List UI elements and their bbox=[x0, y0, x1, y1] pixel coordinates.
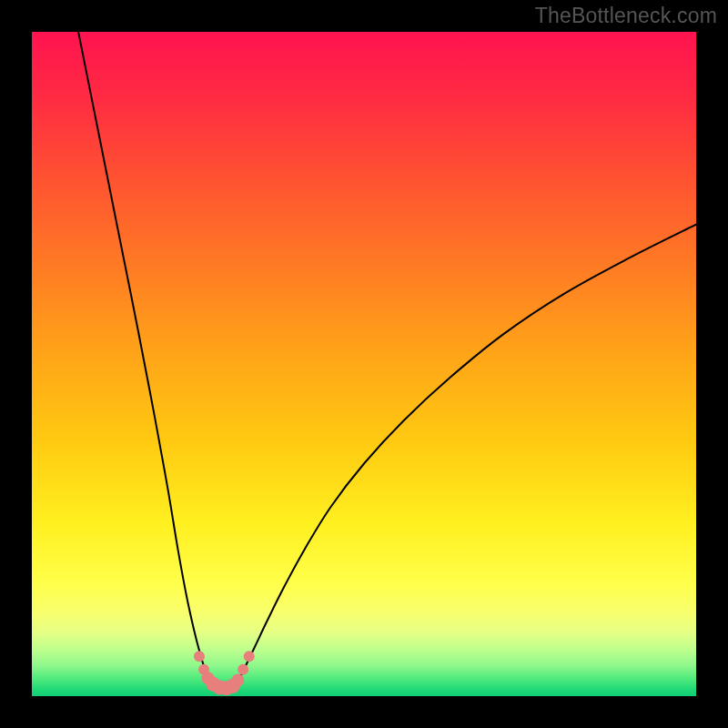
marker-point bbox=[244, 651, 255, 662]
chart-svg bbox=[32, 32, 696, 696]
marker-point bbox=[238, 664, 248, 675]
watermark-text: TheBottleneck.com bbox=[535, 4, 717, 28]
chart-frame: TheBottleneck.com bbox=[0, 0, 728, 728]
marker-point bbox=[194, 651, 205, 662]
gradient-background bbox=[32, 32, 696, 696]
plot-area bbox=[32, 32, 696, 696]
marker-point bbox=[231, 673, 244, 686]
